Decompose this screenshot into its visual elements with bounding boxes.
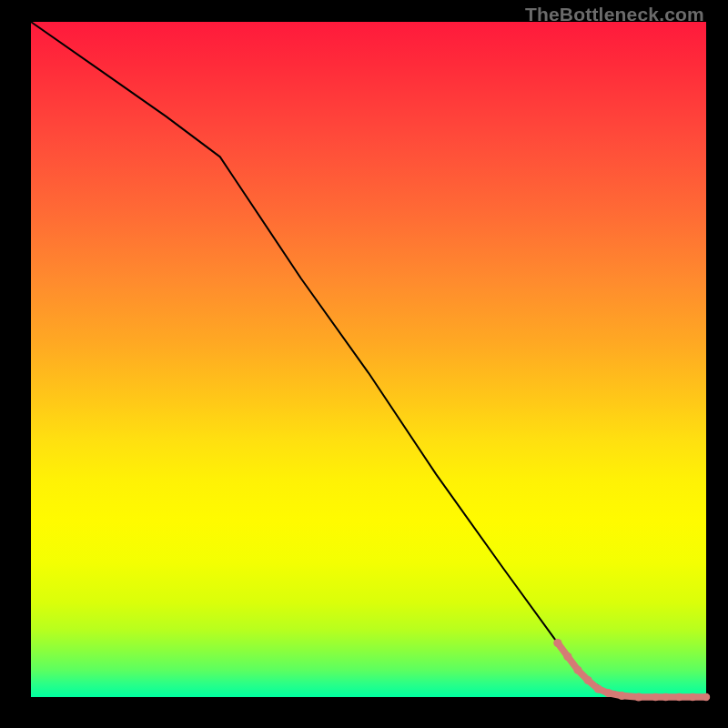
marker-dot [618,692,626,700]
plot-area [31,22,706,697]
marker-group [553,639,710,702]
marker-dot [594,685,602,693]
marker-dot [584,676,592,684]
marker-dot [604,689,612,697]
curve-line-group [31,22,706,697]
marker-dot [689,693,696,701]
main-curve [31,22,706,697]
marker-dot [553,639,561,647]
chart-frame: TheBottleneck.com [0,0,728,728]
marker-dot [573,666,581,674]
marker-dot [675,693,682,701]
marker-dot [634,693,642,701]
marker-dot [563,652,571,661]
chart-svg [31,22,706,697]
marker-dot [703,693,710,701]
marker-dot [662,693,669,701]
marker-dot [652,693,659,701]
